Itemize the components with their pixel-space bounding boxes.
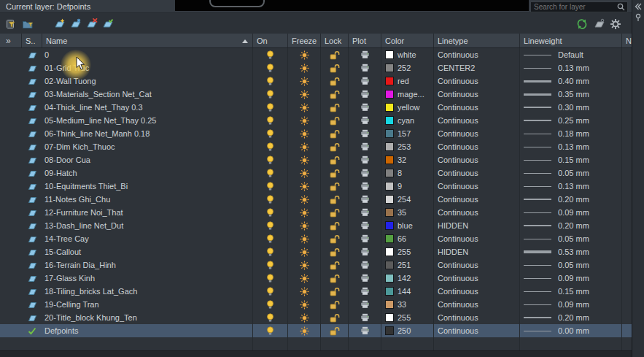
layer-lineweight-cell[interactable]: 0.20 mm <box>520 219 622 232</box>
layer-freeze-toggle[interactable] <box>288 127 321 140</box>
layer-status-cell[interactable] <box>22 272 42 285</box>
layer-lock-toggle[interactable] <box>321 193 349 206</box>
layer-name[interactable]: 03-Materials_Section Net_Cat <box>42 88 253 101</box>
layer-color-cell[interactable]: mage... <box>381 88 434 101</box>
layer-lock-toggle[interactable] <box>321 298 349 311</box>
layer-newvp-cell[interactable] <box>622 206 632 219</box>
layer-plot-toggle[interactable] <box>349 127 381 140</box>
layer-on-toggle[interactable] <box>253 258 288 272</box>
layer-freeze-toggle[interactable] <box>288 232 321 245</box>
layer-status-cell[interactable] <box>22 311 42 324</box>
layer-on-toggle[interactable] <box>253 48 288 61</box>
layer-lineweight-cell[interactable]: 0.05 mm <box>520 232 622 245</box>
layer-on-toggle[interactable] <box>253 74 288 88</box>
layer-plot-toggle[interactable] <box>349 61 381 74</box>
layer-on-toggle[interactable] <box>253 101 288 114</box>
layer-lock-toggle[interactable] <box>321 324 349 337</box>
layer-plot-toggle[interactable] <box>349 272 381 285</box>
layer-status-cell[interactable] <box>22 166 42 180</box>
layer-linetype-cell[interactable]: Continuous <box>434 324 520 337</box>
layer-status-cell[interactable] <box>22 232 42 245</box>
layer-lock-toggle[interactable] <box>321 153 349 166</box>
layer-lineweight-cell[interactable]: 0.40 mm <box>520 74 622 88</box>
layer-name[interactable]: 19-Celling Tran <box>42 298 253 311</box>
layer-name[interactable]: 18-Tiling_bricks Lat_Gach <box>42 285 253 298</box>
layer-row[interactable]: 13-Dash_line Net_Dut blue HIDDEN 0.20 mm <box>0 219 632 232</box>
auto-hide-pin-icon[interactable] <box>635 13 642 22</box>
layer-freeze-toggle[interactable] <box>288 153 321 166</box>
layer-color-cell[interactable]: white <box>381 48 434 61</box>
layer-on-toggle[interactable] <box>253 140 288 153</box>
layer-newvp-cell[interactable] <box>622 101 632 114</box>
layer-linetype-cell[interactable]: HIDDEN <box>434 219 520 232</box>
layer-freeze-toggle[interactable] <box>288 114 321 127</box>
layer-linetype-cell[interactable]: Continuous <box>434 193 520 206</box>
layer-freeze-toggle[interactable] <box>288 180 321 193</box>
layer-plot-toggle[interactable] <box>349 258 381 272</box>
layer-freeze-toggle[interactable] <box>288 166 321 180</box>
layer-lock-toggle[interactable] <box>321 272 349 285</box>
layer-linetype-cell[interactable]: Continuous <box>434 101 520 114</box>
layer-status-cell[interactable] <box>22 206 42 219</box>
layer-row[interactable]: 18-Tiling_bricks Lat_Gach 144 Continuous… <box>0 285 632 298</box>
layer-color-cell[interactable]: 8 <box>381 166 434 180</box>
layer-row[interactable]: 08-Door Cua 32 Continuous 0.15 mm <box>0 153 632 166</box>
layer-status-cell[interactable] <box>22 61 42 74</box>
expand-filter-tree-button[interactable]: » <box>0 34 22 47</box>
layer-name[interactable]: 05-Medium_line Net_Thay 0.25 <box>42 114 253 127</box>
layer-color-cell[interactable]: 157 <box>381 127 434 140</box>
layer-name[interactable]: 20-Title_block Khung_Ten <box>42 311 253 324</box>
layer-lineweight-cell[interactable]: 0.13 mm <box>520 180 622 193</box>
layer-status-cell[interactable] <box>22 193 42 206</box>
layer-on-toggle[interactable] <box>253 193 288 206</box>
layer-color-cell[interactable]: 66 <box>381 232 434 245</box>
layer-name[interactable]: 01-Grid Truc <box>42 61 253 74</box>
layer-plot-toggle[interactable] <box>349 298 381 311</box>
layer-row[interactable]: 20-Title_block Khung_Ten 255 Continuous … <box>0 311 632 324</box>
layer-row[interactable]: 04-Thick_line Net_Thay 0.3 yellow Contin… <box>0 101 632 114</box>
layer-on-toggle[interactable] <box>253 88 288 101</box>
layer-plot-toggle[interactable] <box>349 88 381 101</box>
layer-lock-toggle[interactable] <box>321 48 349 61</box>
layer-lineweight-cell[interactable]: 0.09 mm <box>520 206 622 219</box>
layer-lineweight-cell[interactable]: 0.53 mm <box>520 245 622 258</box>
collapse-chevrons-icon[interactable] <box>635 3 642 10</box>
layer-linetype-cell[interactable]: Continuous <box>434 140 520 153</box>
layer-freeze-toggle[interactable] <box>288 272 321 285</box>
layer-row[interactable]: 12-Furniture Noi_That 35 Continuous 0.09… <box>0 206 632 219</box>
layer-linetype-cell[interactable]: Continuous <box>434 285 520 298</box>
layer-name[interactable]: 11-Notes Ghi_Chu <box>42 193 253 206</box>
column-header-color[interactable]: Color <box>381 34 434 47</box>
layer-freeze-toggle[interactable] <box>288 88 321 101</box>
layer-newvp-cell[interactable] <box>622 298 632 311</box>
layer-newvp-cell[interactable] <box>622 127 632 140</box>
layer-plot-toggle[interactable] <box>349 166 381 180</box>
layer-row[interactable]: 07-Dim Kich_Thuoc 253 Continuous 0.13 mm <box>0 140 632 153</box>
layer-status-cell[interactable] <box>22 48 42 61</box>
layer-color-cell[interactable]: 35 <box>381 206 434 219</box>
layer-name[interactable]: 17-Glass Kinh <box>42 272 253 285</box>
layer-lock-toggle[interactable] <box>321 245 349 258</box>
layer-linetype-cell[interactable]: Continuous <box>434 206 520 219</box>
layer-newvp-cell[interactable] <box>622 258 632 272</box>
layer-plot-toggle[interactable] <box>349 324 381 337</box>
layer-lineweight-cell[interactable]: 0.20 mm <box>520 311 622 324</box>
layer-on-toggle[interactable] <box>253 311 288 324</box>
layer-lineweight-cell[interactable]: 0.15 mm <box>520 285 622 298</box>
column-header-linetype[interactable]: Linetype <box>434 34 520 47</box>
layer-color-cell[interactable]: 253 <box>381 140 434 153</box>
layer-plot-toggle[interactable] <box>349 180 381 193</box>
layer-status-cell[interactable] <box>22 114 42 127</box>
layer-name[interactable]: 15-Callout <box>42 245 253 258</box>
new-layer-button[interactable] <box>53 17 67 31</box>
layer-plot-toggle[interactable] <box>349 206 381 219</box>
layer-on-toggle[interactable] <box>253 166 288 180</box>
layer-row[interactable]: 15-Callout 255 HIDDEN 0.53 mm <box>0 245 632 258</box>
layer-freeze-toggle[interactable] <box>288 219 321 232</box>
layer-name[interactable]: 13-Dash_line Net_Dut <box>42 219 253 232</box>
layer-linetype-cell[interactable]: Continuous <box>434 114 520 127</box>
layer-newvp-cell[interactable] <box>622 180 632 193</box>
layer-status-cell[interactable] <box>22 88 42 101</box>
layer-status-cell[interactable] <box>22 101 42 114</box>
layer-on-toggle[interactable] <box>253 61 288 74</box>
